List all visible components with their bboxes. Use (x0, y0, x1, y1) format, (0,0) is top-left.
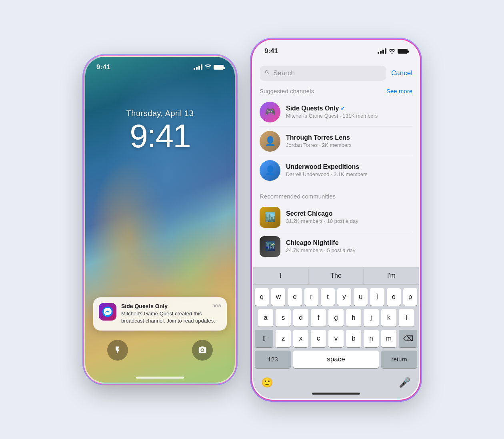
key-r[interactable]: r (304, 288, 318, 306)
keyboard-row-1: q w e r t y u i o p (255, 288, 417, 306)
key-s[interactable]: s (276, 309, 291, 327)
return-key[interactable]: return (381, 351, 417, 368)
key-l[interactable]: l (399, 309, 414, 327)
notification-time: now (212, 303, 221, 309)
key-k[interactable]: k (381, 309, 396, 327)
key-o[interactable]: o (387, 288, 401, 306)
battery-icon-right (398, 49, 408, 54)
search-cancel-button[interactable]: Cancel (391, 69, 412, 77)
recommended-communities-list: 🏙️ Secret Chicago 31.2K members · 10 pos… (253, 203, 419, 261)
key-y[interactable]: y (337, 288, 351, 306)
channel-item-chicago-nightlife[interactable]: 🌃 Chicago Nightlife 24.7K members · 5 po… (260, 232, 412, 261)
see-more-button[interactable]: See more (386, 88, 412, 94)
right-phone: 9:41 Search Cancel (252, 40, 420, 400)
home-indicator-right (312, 393, 360, 395)
status-time-left: 9:41 (96, 63, 110, 71)
channel-info-side-quests: Side Quests Only ✓ Mitchell's Game Quest… (286, 105, 412, 119)
bottom-controls (85, 340, 235, 361)
status-icons-right (378, 48, 408, 54)
key-n[interactable]: n (364, 330, 379, 347)
suggestion-i[interactable]: I (253, 267, 308, 285)
lock-time-text: 9:41 (85, 120, 235, 152)
channel-item-underwood[interactable]: 👤 Underwood Expeditions Darrell Underwoo… (260, 156, 412, 185)
channel-avatar-torres: 👤 (260, 131, 280, 152)
key-v[interactable]: v (328, 330, 344, 347)
space-key[interactable]: space (293, 351, 379, 368)
key-d[interactable]: d (293, 309, 308, 327)
key-x[interactable]: x (293, 330, 308, 347)
camera-button[interactable] (192, 340, 213, 361)
channel-avatar-secret-chicago: 🏙️ (260, 207, 280, 228)
lock-date-text: Thursday, April 13 (85, 109, 235, 118)
key-h[interactable]: h (346, 309, 361, 327)
notification-content: Side Quests Only now Mitchell's Game Que… (121, 303, 221, 325)
key-w[interactable]: w (271, 288, 285, 306)
channel-item-torres[interactable]: 👤 Through Torres Lens Jordan Torres · 2K… (260, 127, 412, 156)
channel-avatar-chicago-nightlife: 🌃 (260, 236, 280, 257)
battery-icon-left (214, 65, 224, 70)
suggestion-the[interactable]: The (308, 267, 364, 285)
key-u[interactable]: u (354, 288, 368, 306)
notification-avatar (99, 303, 116, 321)
key-p[interactable]: p (403, 288, 417, 306)
channel-meta-side-quests: Mitchell's Game Quest · 131K members (286, 113, 412, 119)
suggested-channels-list: 🎮 Side Quests Only ✓ Mitchell's Game Que… (253, 98, 419, 185)
suggestion-im[interactable]: I'm (364, 267, 419, 285)
suggested-channels-header: Suggested channels See more (253, 83, 419, 98)
key-z[interactable]: z (276, 330, 291, 347)
lock-screen-datetime: Thursday, April 13 9:41 (85, 109, 235, 152)
keyboard: I The I'm q w e r t y u i o p a s d (253, 267, 419, 399)
recommended-communities-header: Recommended communities (253, 188, 419, 203)
keyboard-suggestions: I The I'm (253, 267, 419, 285)
channel-name-underwood: Underwood Expeditions (286, 163, 412, 170)
signal-bars-left (194, 64, 202, 70)
status-time-right: 9:41 (264, 47, 278, 55)
channel-meta-chicago-nightlife: 24.7K members · 5 post a day (286, 247, 412, 253)
channel-item-secret-chicago[interactable]: 🏙️ Secret Chicago 31.2K members · 10 pos… (260, 203, 412, 232)
channel-name-torres: Through Torres Lens (286, 134, 412, 141)
status-bar-right: 9:41 (253, 47, 419, 55)
key-m[interactable]: m (381, 330, 396, 347)
wifi-icon-right (389, 49, 395, 54)
numbers-key[interactable]: 123 (255, 351, 291, 368)
wifi-icon-left (205, 64, 211, 70)
key-i[interactable]: i (370, 288, 384, 306)
notification-header: Side Quests Only now (121, 303, 221, 309)
channel-meta-secret-chicago: 31.2K members · 10 post a day (286, 218, 412, 224)
key-f[interactable]: f (311, 309, 326, 327)
search-box[interactable]: Search (260, 66, 386, 81)
key-c[interactable]: c (311, 330, 326, 347)
channel-name-secret-chicago: Secret Chicago (286, 210, 412, 217)
left-phone: 9:41 Thursday, April 13 9:41 (84, 56, 236, 384)
shift-key[interactable]: ⇧ (255, 330, 273, 347)
keyboard-rows: q w e r t y u i o p a s d f g h j k (253, 285, 419, 373)
channel-info-secret-chicago: Secret Chicago 31.2K members · 10 post a… (286, 210, 412, 224)
suggested-channels-title: Suggested channels (260, 88, 314, 94)
emoji-icon[interactable]: 🙂 (261, 377, 273, 388)
backspace-key[interactable]: ⌫ (399, 330, 417, 347)
notification-body: Mitchell's Game Quest created this broad… (121, 310, 221, 325)
keyboard-bottom-bar: 🙂 🎤 (253, 373, 419, 390)
key-q[interactable]: q (255, 288, 269, 306)
channel-meta-underwood: Darrell Underwood · 3.1K members (286, 171, 412, 177)
key-e[interactable]: e (288, 288, 302, 306)
keyboard-row-3: ⇧ z x c v b n m ⌫ (255, 330, 417, 347)
notification-title: Side Quests Only (121, 303, 168, 309)
channel-avatar-underwood: 👤 (260, 160, 280, 181)
channel-meta-torres: Jordan Torres · 2K members (286, 142, 412, 148)
key-a[interactable]: a (258, 309, 273, 327)
mic-icon[interactable]: 🎤 (399, 377, 411, 388)
notification-card[interactable]: Side Quests Only now Mitchell's Game Que… (93, 297, 227, 330)
key-j[interactable]: j (364, 309, 379, 327)
flashlight-button[interactable] (107, 340, 128, 361)
key-g[interactable]: g (328, 309, 344, 327)
verified-badge-side-quests: ✓ (340, 105, 345, 112)
keyboard-row-4: 123 space return (255, 351, 417, 368)
search-icon (264, 70, 270, 76)
key-b[interactable]: b (346, 330, 361, 347)
channel-info-torres: Through Torres Lens Jordan Torres · 2K m… (286, 134, 412, 148)
key-t[interactable]: t (321, 288, 335, 306)
signal-bars-right (378, 48, 386, 54)
channel-item-side-quests[interactable]: 🎮 Side Quests Only ✓ Mitchell's Game Que… (260, 98, 412, 127)
channel-avatar-side-quests: 🎮 (260, 102, 280, 122)
